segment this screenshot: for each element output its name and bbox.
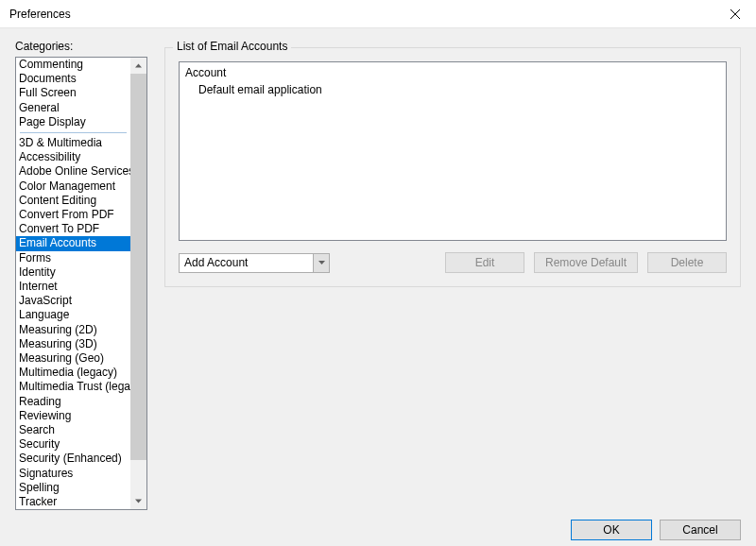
category-item[interactable]: Adobe Online Services (16, 164, 130, 179)
category-item[interactable]: Page Display (16, 115, 130, 129)
scroll-thumb[interactable] (130, 74, 146, 460)
scroll-down-button[interactable] (130, 493, 146, 509)
category-item[interactable]: Multimedia Trust (legacy) (16, 380, 130, 394)
category-item[interactable]: Signatures (16, 467, 130, 481)
category-item[interactable]: Reading (16, 395, 130, 409)
category-item[interactable]: Documents (16, 72, 130, 86)
category-item[interactable]: Security (Enhanced) (16, 452, 130, 466)
category-item[interactable]: Accessibility (16, 150, 130, 164)
category-item[interactable]: Internet (16, 280, 130, 294)
category-item[interactable]: Tracker (16, 495, 130, 509)
accounts-list[interactable]: Account Default email application (179, 61, 727, 241)
category-item[interactable]: Measuring (3D) (16, 337, 130, 351)
category-item[interactable]: Convert From PDF (16, 208, 130, 222)
category-item[interactable]: Content Editing (16, 194, 130, 208)
categories-listbox[interactable]: CommentingDocumentsFull ScreenGeneralPag… (15, 57, 147, 510)
category-item[interactable]: Reviewing (16, 409, 130, 423)
window-title: Preferences (9, 8, 713, 21)
category-item[interactable]: Convert To PDF (16, 222, 130, 236)
close-button[interactable] (713, 0, 756, 28)
chevron-down-icon (135, 498, 142, 504)
dialog-footer: OK Cancel (15, 510, 741, 540)
category-item[interactable]: Spelling (16, 481, 130, 495)
accounts-column-header: Account (185, 64, 720, 81)
edit-button[interactable]: Edit (445, 252, 524, 273)
category-item[interactable]: Full Screen (16, 86, 130, 100)
list-item[interactable]: Default email application (185, 81, 720, 98)
add-account-label: Add Account (180, 256, 313, 269)
category-item[interactable]: Search (16, 423, 130, 437)
add-account-dropdown[interactable]: Add Account (179, 253, 330, 273)
preferences-window: Preferences Categories: CommentingDocume… (0, 0, 756, 546)
category-item[interactable]: Multimedia (legacy) (16, 366, 130, 380)
category-item[interactable]: Identity (16, 265, 130, 280)
email-accounts-group: List of Email Accounts Account Default e… (164, 47, 741, 287)
chevron-down-icon (318, 261, 325, 264)
category-item[interactable]: Language (16, 308, 130, 322)
cancel-button[interactable]: Cancel (660, 520, 741, 540)
remove-default-button[interactable]: Remove Default (534, 252, 638, 273)
scroll-track[interactable] (130, 74, 146, 493)
category-item[interactable]: 3D & Multimedia (16, 136, 130, 150)
category-item[interactable]: General (16, 101, 130, 115)
category-item[interactable]: Commenting (16, 58, 130, 72)
categories-scrollbar[interactable] (130, 58, 146, 509)
dialog-body: Categories: CommentingDocumentsFull Scre… (0, 28, 756, 546)
category-item[interactable]: Color Management (16, 179, 130, 194)
category-item[interactable]: Email Accounts (16, 236, 130, 250)
delete-button[interactable]: Delete (647, 252, 727, 273)
category-separator (20, 132, 127, 133)
group-label: List of Email Accounts (173, 40, 291, 53)
settings-panel: List of Email Accounts Account Default e… (147, 40, 741, 510)
dropdown-button[interactable] (313, 254, 329, 272)
category-item[interactable]: Security (16, 437, 130, 452)
category-item[interactable]: JavaScript (16, 294, 130, 308)
scroll-up-button[interactable] (130, 58, 146, 74)
close-icon (730, 9, 740, 19)
category-item[interactable]: Forms (16, 251, 130, 265)
categories-sidebar: Categories: CommentingDocumentsFull Scre… (15, 40, 147, 510)
chevron-up-icon (135, 62, 142, 69)
titlebar: Preferences (0, 0, 756, 28)
categories-label: Categories: (15, 40, 147, 53)
ok-button[interactable]: OK (571, 520, 652, 540)
category-item[interactable]: Measuring (Geo) (16, 351, 130, 366)
category-item[interactable]: Measuring (2D) (16, 323, 130, 337)
